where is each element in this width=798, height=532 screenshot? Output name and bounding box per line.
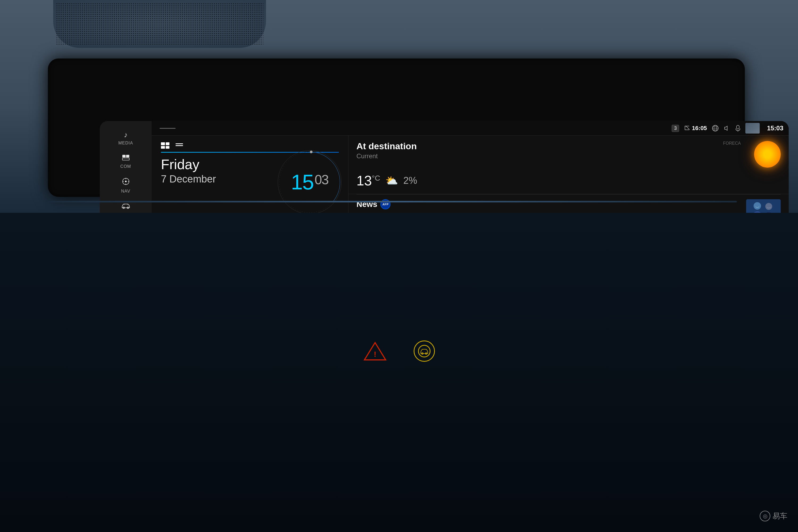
svg-rect-11 bbox=[737, 125, 739, 129]
weather-provider: FORECA bbox=[723, 141, 741, 146]
nav-icon bbox=[122, 177, 130, 187]
volume-icon bbox=[723, 125, 730, 131]
volume-icon-group bbox=[723, 125, 730, 131]
globe-icon bbox=[712, 125, 719, 132]
sidebar-item-label-media: MEDIA bbox=[118, 141, 133, 146]
screen-bezel: ♪ MEDIA COM bbox=[48, 58, 745, 197]
svg-rect-13 bbox=[175, 144, 183, 144]
weather-location: At destination bbox=[357, 141, 417, 151]
weather-sun-icon bbox=[754, 141, 781, 168]
car-icon bbox=[121, 202, 131, 211]
svg-text:!: ! bbox=[374, 350, 376, 358]
weather-data: 13°C ⛅ 2% bbox=[357, 173, 781, 189]
svg-rect-2 bbox=[122, 158, 129, 160]
car-lock-button[interactable] bbox=[414, 341, 435, 362]
brand-text: 易车 bbox=[773, 511, 787, 521]
svg-point-19 bbox=[754, 202, 761, 210]
alert-icon-group: 16:05 bbox=[684, 125, 707, 132]
svg-point-4 bbox=[125, 180, 127, 182]
bell-icon bbox=[684, 126, 690, 131]
svg-point-16 bbox=[279, 152, 340, 212]
svg-point-17 bbox=[310, 151, 312, 153]
weather-header: At destination Current bbox=[357, 141, 781, 160]
dashboard-lower: ! bbox=[0, 213, 798, 532]
weather-condition: Current bbox=[357, 152, 417, 160]
sidebar-item-label-com: COM bbox=[120, 164, 131, 169]
top-bar-icons bbox=[161, 142, 339, 149]
analog-clock: 15 03 bbox=[277, 149, 343, 215]
speaker-grille bbox=[53, 0, 266, 48]
mic-icon bbox=[735, 125, 741, 132]
temp-unit: °C bbox=[372, 174, 380, 182]
sidebar-item-media[interactable]: ♪ MEDIA bbox=[100, 129, 152, 148]
svg-point-21 bbox=[765, 203, 772, 210]
com-icon bbox=[122, 154, 130, 163]
temperature-value: 13°C bbox=[357, 173, 380, 189]
media-icon: ♪ bbox=[124, 131, 128, 139]
hazard-triangle-icon: ! bbox=[363, 341, 387, 361]
sidebar-item-nav[interactable]: NAV bbox=[100, 175, 152, 196]
svg-rect-1 bbox=[126, 155, 129, 157]
clock-dots-svg bbox=[278, 151, 341, 214]
notification-badge: 3 bbox=[672, 125, 679, 132]
brand-logo-icon: ◎ bbox=[760, 511, 770, 521]
sidebar-item-com[interactable]: COM bbox=[100, 152, 152, 171]
controls-area: ! bbox=[213, 324, 585, 378]
sidebar-item-label-nav: NAV bbox=[121, 189, 130, 194]
clock-ring: 15 03 bbox=[278, 150, 342, 214]
svg-point-25 bbox=[418, 345, 430, 357]
grid-layout-icon bbox=[161, 142, 169, 149]
globe-icon-group bbox=[712, 125, 719, 132]
svg-rect-14 bbox=[175, 145, 183, 146]
precipitation: 2% bbox=[403, 175, 417, 186]
car-button-icon bbox=[418, 344, 431, 358]
weather-info: At destination Current bbox=[357, 141, 417, 160]
status-bar: 3 16:05 bbox=[152, 121, 789, 136]
hazard-button[interactable]: ! bbox=[363, 342, 387, 360]
svg-point-15 bbox=[279, 152, 340, 212]
car-interior: ♪ MEDIA COM bbox=[0, 0, 798, 532]
alert-time: 16:05 bbox=[692, 125, 707, 132]
cloud-icon: ⛅ bbox=[385, 175, 398, 187]
brand-watermark: ◎ 易车 bbox=[760, 511, 787, 521]
weather-section: FORECA At destination Current 13 bbox=[348, 136, 789, 194]
user-avatar bbox=[745, 123, 760, 134]
hamburger-icon bbox=[175, 143, 183, 148]
svg-rect-0 bbox=[122, 155, 126, 157]
mic-icon-group bbox=[735, 125, 741, 132]
main-clock: 15:03 bbox=[767, 125, 783, 132]
menu-icon bbox=[159, 128, 175, 129]
chrome-accent bbox=[48, 201, 737, 203]
